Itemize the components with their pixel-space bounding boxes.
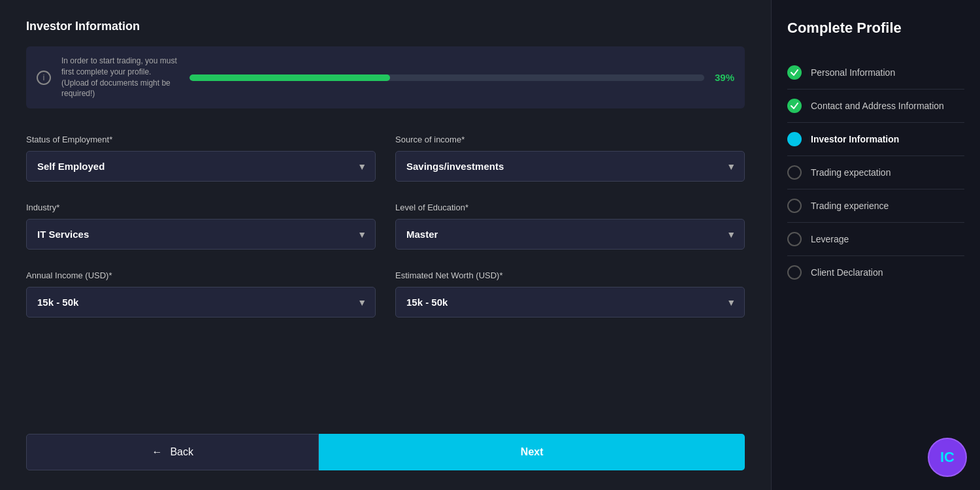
income-select-wrapper: Savings/investments Employment Business … <box>395 151 745 182</box>
sidebar-title-light: Complete <box>787 20 857 36</box>
education-select-wrapper: Master Bachelor PhD High School Other ▼ <box>395 219 745 250</box>
sidebar-item-experience[interactable]: Trading experience <box>787 189 964 223</box>
employment-select[interactable]: Self Employed Employed Unemployed Retire… <box>26 151 376 182</box>
industry-select-wrapper: IT Services Finance Healthcare Education… <box>26 219 376 250</box>
logo-text: IC <box>940 449 955 466</box>
progress-message: In order to start trading, you must firs… <box>61 56 179 99</box>
main-content: Investor Information i In order to start… <box>0 0 771 490</box>
step-label-expectation: Trading expectation <box>811 167 890 178</box>
step-label-declaration: Client Declaration <box>811 267 883 278</box>
sidebar-item-contact[interactable]: Contact and Address Information <box>787 90 964 123</box>
net-worth-select[interactable]: 15k - 50k 50k - 100k 100k - 250k 250k+ <box>395 287 745 318</box>
button-row: ← Back Next <box>26 434 745 470</box>
education-label: Level of Education* <box>395 203 745 212</box>
back-button[interactable]: ← Back <box>26 434 319 470</box>
logo-badge: IC <box>928 438 967 477</box>
step-label-experience: Trading experience <box>811 201 889 211</box>
income-select[interactable]: Savings/investments Employment Business … <box>395 151 745 182</box>
income-label: Source of income* <box>395 135 745 144</box>
step-label-contact: Contact and Address Information <box>811 101 944 111</box>
page-title: Investor Information <box>26 20 745 33</box>
annual-income-label: Annual Income (USD)* <box>26 270 376 280</box>
sidebar-title-bold: Profile <box>857 20 901 36</box>
form-area: Status of Employment* Self Employed Empl… <box>26 135 745 434</box>
net-worth-label: Estimated Net Worth (USD)* <box>395 270 745 280</box>
sidebar-item-personal[interactable]: Personal Information <box>787 56 964 90</box>
industry-label: Industry* <box>26 203 376 212</box>
step-label-investor: Investor Information <box>811 134 899 144</box>
back-arrow-icon: ← <box>152 446 162 458</box>
net-worth-select-wrapper: 15k - 50k 50k - 100k 100k - 250k 250k+ ▼ <box>395 287 745 318</box>
sidebar-item-declaration[interactable]: Client Declaration <box>787 256 964 289</box>
employment-select-wrapper: Self Employed Employed Unemployed Retire… <box>26 151 376 182</box>
form-row-3: Annual Income (USD)* 15k - 50k 50k - 100… <box>26 270 745 318</box>
sidebar-item-expectation[interactable]: Trading expectation <box>787 156 964 189</box>
progress-section: i In order to start trading, you must fi… <box>26 46 745 108</box>
next-label: Next <box>521 446 544 457</box>
form-row-1: Status of Employment* Self Employed Empl… <box>26 135 745 182</box>
net-worth-group: Estimated Net Worth (USD)* 15k - 50k 50k… <box>395 270 745 318</box>
step-icon-expectation <box>787 165 802 180</box>
next-button[interactable]: Next <box>319 434 745 470</box>
education-select[interactable]: Master Bachelor PhD High School Other <box>395 219 745 250</box>
employment-label: Status of Employment* <box>26 135 376 144</box>
step-label-leverage: Leverage <box>811 234 849 244</box>
info-icon: i <box>37 71 51 85</box>
annual-income-select[interactable]: 15k - 50k 50k - 100k 100k - 250k 250k+ <box>26 287 376 318</box>
sidebar-title: Complete Profile <box>787 20 964 37</box>
step-icon-personal <box>787 65 802 80</box>
sidebar-item-leverage[interactable]: Leverage <box>787 223 964 256</box>
industry-group: Industry* IT Services Finance Healthcare… <box>26 203 376 250</box>
employment-group: Status of Employment* Self Employed Empl… <box>26 135 376 182</box>
step-icon-experience <box>787 199 802 213</box>
income-group: Source of income* Savings/investments Em… <box>395 135 745 182</box>
step-icon-investor <box>787 132 802 146</box>
industry-select[interactable]: IT Services Finance Healthcare Education… <box>26 219 376 250</box>
back-label: Back <box>170 446 193 458</box>
step-label-personal: Personal Information <box>811 67 895 78</box>
education-group: Level of Education* Master Bachelor PhD … <box>395 203 745 250</box>
sidebar: Complete Profile Personal Information Co… <box>771 0 980 490</box>
step-icon-declaration <box>787 265 802 280</box>
progress-percent: 39% <box>715 72 734 83</box>
step-icon-leverage <box>787 232 802 246</box>
step-icon-contact <box>787 99 802 113</box>
progress-bar-fill <box>189 74 390 81</box>
form-row-2: Industry* IT Services Finance Healthcare… <box>26 203 745 250</box>
sidebar-item-investor[interactable]: Investor Information <box>787 123 964 156</box>
annual-income-select-wrapper: 15k - 50k 50k - 100k 100k - 250k 250k+ ▼ <box>26 287 376 318</box>
annual-income-group: Annual Income (USD)* 15k - 50k 50k - 100… <box>26 270 376 318</box>
progress-bar-container <box>189 74 704 81</box>
